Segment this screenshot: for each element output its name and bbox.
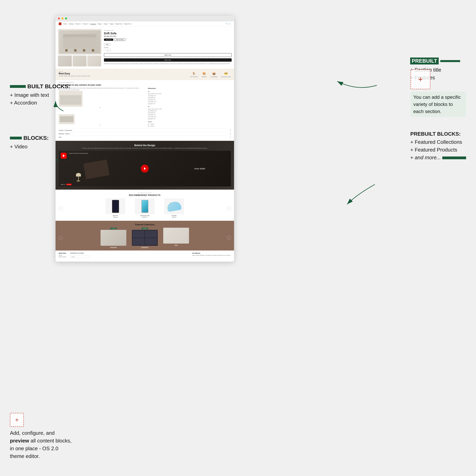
phone-dark-1 bbox=[112, 200, 119, 213]
footer-quick-links: Quick links Search Model Limelock bbox=[59, 253, 66, 258]
nav-catalog[interactable]: Catalog bbox=[69, 23, 74, 25]
qty-minus[interactable]: − bbox=[105, 49, 106, 51]
image-caption-2: 96" bbox=[59, 125, 142, 126]
dimensions-title: Dimensions bbox=[148, 87, 231, 90]
variant-buttons: Parchment Alberoni White bbox=[104, 38, 232, 41]
thumb-sofa-2 bbox=[73, 55, 86, 67]
video-thumbnail: Cousins Furniture Promotional Video more… bbox=[59, 151, 231, 187]
qty-plus[interactable]: + bbox=[109, 49, 110, 51]
dim-96-label: 96" bbox=[148, 106, 231, 108]
video-lamp bbox=[76, 173, 81, 183]
search-icon[interactable]: 🔍 bbox=[226, 23, 228, 25]
accordion-item-materials[interactable]: Materials + Fabrics ∨ bbox=[59, 132, 231, 136]
swatches-icon: 🎨 bbox=[202, 72, 206, 76]
video-channel-play[interactable] bbox=[61, 153, 67, 159]
email-input[interactable] bbox=[70, 256, 90, 258]
dot-red[interactable] bbox=[58, 17, 60, 19]
feature-swatches[interactable]: 🎨 Swatches bbox=[202, 72, 207, 77]
qty-value: 1 bbox=[107, 49, 108, 51]
dim-84-armheight: Arm Height: 21.5" bbox=[148, 101, 231, 103]
nav-page1[interactable]: Page 1 bbox=[98, 23, 102, 25]
play-icon bbox=[63, 154, 65, 157]
coll-sofa-1 bbox=[101, 230, 126, 246]
feature-buy-now-pay-later[interactable]: 💳 Buy Now, Pay Later bbox=[221, 72, 231, 77]
footer-link-model[interactable]: Model Limelock bbox=[59, 256, 66, 257]
rec-product-img-3[interactable] bbox=[164, 198, 184, 214]
free-shipping-label: Free Shipping bbox=[210, 76, 217, 77]
nav-blog1[interactable]: Blog Post 1 bbox=[116, 23, 123, 25]
video-hands-image bbox=[83, 160, 109, 180]
swatches-label: Swatches bbox=[202, 76, 207, 77]
rec-name-1: Nova Pro bbox=[113, 215, 118, 216]
dot-yellow[interactable] bbox=[62, 17, 64, 19]
in-person-icon: 🪑 bbox=[192, 72, 196, 76]
product-description: A laid-back sofa for long days and dream… bbox=[104, 63, 232, 65]
product-main-image bbox=[58, 29, 102, 55]
qty-label: Quantity bbox=[104, 47, 232, 48]
coll-link-1[interactable]: Frame piece bbox=[110, 247, 117, 248]
color-swatch-linen[interactable]: Linen bbox=[104, 43, 110, 46]
nav-page2[interactable]: Page 2 bbox=[104, 23, 108, 25]
feature-in-person[interactable]: 🪑 See it In-Person bbox=[190, 72, 198, 77]
youtube-logo: YouTube bbox=[66, 184, 72, 185]
cart-icon[interactable]: 🛒 bbox=[229, 23, 231, 25]
watch-on-label: Watch on bbox=[61, 184, 65, 185]
nav-product3[interactable]: Product 3 bbox=[90, 23, 96, 25]
product-images bbox=[58, 29, 102, 67]
browser-chrome bbox=[55, 16, 234, 21]
coll-img-3[interactable] bbox=[163, 228, 189, 244]
feature-free-shipping[interactable]: 📦 Free Shipping bbox=[210, 72, 217, 77]
video-play-center[interactable] bbox=[141, 165, 149, 172]
coll-link-3[interactable]: Dress bbox=[174, 244, 178, 246]
coll-arrow-right[interactable]: › bbox=[227, 236, 231, 240]
ann-image-text: + Image with text bbox=[10, 91, 69, 99]
site-nav: Home Catalog Product 1 Product 2 Product… bbox=[55, 21, 234, 27]
coll-img-1[interactable] bbox=[101, 230, 126, 246]
coll-item-1: A featured Frame piece bbox=[99, 228, 128, 248]
nav-page3[interactable]: Page 3 bbox=[110, 23, 114, 25]
nav-product1[interactable]: Product 1 bbox=[75, 23, 81, 25]
coll-item-3: Dress bbox=[161, 228, 191, 246]
dim-84-label: 84" bbox=[148, 91, 231, 93]
add-to-cart-button[interactable]: Add to cart bbox=[104, 53, 232, 57]
video-watch-on: Watch on YouTube bbox=[61, 184, 72, 185]
video-player[interactable]: Cousins Furniture Promotional Video more… bbox=[59, 151, 231, 187]
ann-blocks-items: + Image with text + Accordion bbox=[10, 91, 69, 107]
nav-product2[interactable]: Product 2 bbox=[83, 23, 89, 25]
thumb-3[interactable] bbox=[87, 55, 101, 67]
rec-arrow-left[interactable]: ‹ bbox=[59, 206, 63, 210]
site-logo bbox=[59, 22, 62, 25]
dim-96-diagonal: Diagonal: 45.5" bbox=[148, 118, 231, 120]
accordion-items: Cushion + Construction ∨ Materials + Fab… bbox=[59, 129, 231, 139]
rec-product-img-2[interactable] bbox=[135, 198, 155, 214]
coll-img-2[interactable] bbox=[132, 230, 158, 246]
ann-accordion: + Accordion bbox=[10, 99, 69, 107]
variant-parchment[interactable]: Parchment bbox=[104, 38, 113, 41]
footer-mission: Our Mission Share contact information, s… bbox=[192, 253, 231, 258]
footer-link-search[interactable]: Search bbox=[59, 255, 66, 256]
dim-84-seatdepth: Seat Depth: 25" bbox=[148, 99, 231, 101]
coll-link-2[interactable]: Smartphones bbox=[141, 247, 148, 248]
variant-alberoni[interactable]: Alberoni White bbox=[114, 38, 125, 41]
add-configure-text: Add, configure, and preview all content … bbox=[10, 429, 73, 460]
nav-home[interactable]: Home bbox=[64, 23, 67, 25]
thumb-2[interactable] bbox=[73, 55, 86, 67]
buy-now-button[interactable]: Buy it now bbox=[104, 58, 232, 62]
dim-96-seatdepth: Seat Depth: 25" bbox=[148, 114, 231, 116]
coll-arrow-left[interactable]: ‹ bbox=[59, 236, 63, 240]
accordion-item-cushion[interactable]: Cushion + Construction ∨ bbox=[59, 129, 231, 132]
ann-video-blocks: BLOCKS: + Video bbox=[10, 135, 49, 151]
nav-blog2[interactable]: Blog Post 2 bbox=[124, 23, 132, 25]
accordion-item-care[interactable]: Care ∨ bbox=[59, 136, 231, 139]
dim-84-diagonal: Diagonal: 43.2" bbox=[148, 103, 231, 105]
rec-product-img-1[interactable] bbox=[105, 198, 125, 214]
product-section: All products / Sofa Drift Sofa $3,360.00… bbox=[55, 27, 234, 69]
thumb-1[interactable] bbox=[58, 55, 72, 67]
nav-icons: 🔍 🛒 bbox=[226, 23, 231, 25]
features-title-section: STYLE Rest Easy Versatile designs that b… bbox=[59, 71, 90, 77]
rec-product-1: Nova Pro $209.99 bbox=[102, 198, 129, 218]
rec-arrow-right[interactable]: › bbox=[227, 206, 231, 210]
accordion-item-label-cushion: Cushion + Construction bbox=[59, 130, 72, 131]
rec-title: RECOMMENDED PRODUCTS bbox=[59, 194, 231, 196]
dot-green-mac[interactable] bbox=[65, 17, 67, 19]
